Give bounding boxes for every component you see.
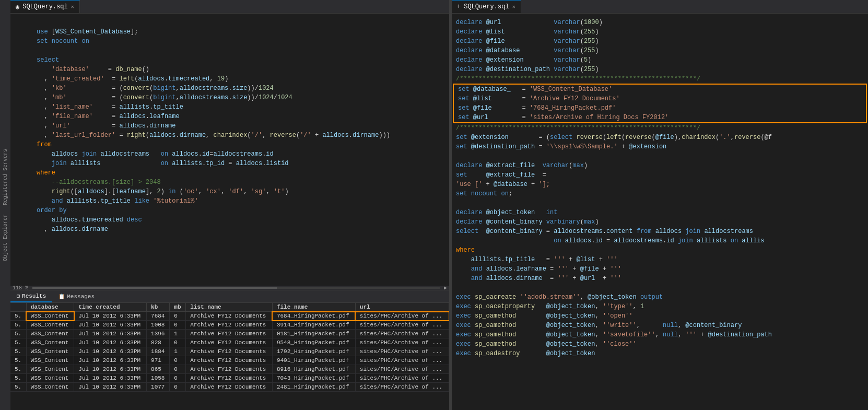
- code-line: [452, 198, 868, 208]
- code-line: alldocs.timecreated desc: [10, 215, 449, 225]
- code-line: exec sp_oamethod @object_token, ''close'…: [452, 339, 868, 349]
- code-line: declare @file varchar(255): [452, 37, 868, 46]
- col-file-name: file_name: [272, 303, 355, 312]
- code-line: alldocs join alldocstreams on alldocs.id…: [10, 149, 449, 159]
- messages-tab[interactable]: 📋 Messages: [52, 290, 101, 302]
- code-line: select: [10, 55, 449, 65]
- right-tab-bar: + SQLQuery.sql ✕: [452, 0, 868, 14]
- code-line: and alldocs.dirname = ''' + @url + ''': [452, 274, 868, 283]
- table-row[interactable]: 5.WSS_ContentJul 10 2012 6:33PM10080Arch…: [10, 321, 449, 330]
- left-tab-active[interactable]: ◉ SQLQuery.sql ✕: [10, 0, 80, 13]
- col-mb: mb: [170, 303, 186, 312]
- code-line: declare @url varchar(1000): [452, 18, 868, 27]
- col-database: database: [26, 303, 74, 312]
- code-line: , alldocs.dirname: [10, 225, 449, 234]
- code-line: set @list = 'Archive FY12 Documents': [454, 94, 866, 103]
- code-line: exec sp_oamethod @object_token, ''saveto…: [452, 330, 868, 339]
- code-line: exec sp_oamethod @object_token, ''write'…: [452, 321, 868, 330]
- results-panel: ⊞ Results 📋 Messages database time_creat…: [10, 290, 449, 410]
- code-line: alllists.tp_title = ''' + @list + ''': [452, 255, 868, 264]
- col-time-created: time_created: [74, 303, 147, 312]
- code-line: declare @database varchar(255): [452, 46, 868, 55]
- col-kb: kb: [147, 303, 170, 312]
- table-row[interactable]: 5.WSS_ContentJul 10 2012 6:33PM13961Arch…: [10, 330, 449, 338]
- messages-icon: 📋: [58, 294, 65, 300]
- code-line: , 'mb' = (convert(bigint,alldocstreams.s…: [10, 93, 449, 102]
- code-line: [10, 18, 449, 27]
- code-line: select @content_binary = alldocstreams.c…: [452, 227, 868, 236]
- code-line: , 'list_name' = alllists.tp_title: [10, 102, 449, 112]
- code-line: order by: [10, 206, 449, 215]
- col-url: url: [355, 303, 449, 312]
- col-list-name: list_name: [186, 303, 273, 312]
- code-line: , 'file_name' = alldocs.leafname: [10, 112, 449, 121]
- table-row[interactable]: 5.WSS_ContentJul 10 2012 6:33PM9710Archi…: [10, 356, 449, 365]
- left-tab-bar: ◉ SQLQuery.sql ✕: [10, 0, 449, 14]
- right-code-area[interactable]: declare @url varchar(1000) declare @list…: [452, 14, 868, 410]
- right-tab-active[interactable]: + SQLQuery.sql ✕: [452, 0, 521, 13]
- code-line: right([alldocs].[leafname], 2) in ('oc',…: [10, 187, 449, 196]
- code-line: /***************************************…: [452, 123, 868, 133]
- code-line: on alldocs.id = alldocstreams.id join al…: [452, 236, 868, 245]
- code-line-where: where: [10, 168, 449, 178]
- code-line: declare @extract_file varchar(max): [452, 161, 868, 170]
- code-line: [452, 283, 868, 292]
- code-line: exec sp_oamethod @object_token, ''open'': [452, 311, 868, 321]
- code-line: set @extension = (select reverse(left(re…: [452, 133, 868, 142]
- results-icon: ⊞: [17, 293, 20, 299]
- left-tab-label: SQLQuery.sql: [22, 3, 67, 10]
- code-line: [10, 46, 449, 55]
- results-table-wrapper[interactable]: database time_created kb mb list_name fi…: [10, 303, 449, 410]
- code-line: use [WSS_Content_Database];: [10, 27, 449, 37]
- results-tabs: ⊞ Results 📋 Messages: [10, 290, 449, 303]
- horizontal-scrollbar[interactable]: [32, 287, 440, 289]
- code-line: set nocount on: [10, 37, 449, 46]
- code-line: set @file = '7684_HiringPacket.pdf': [454, 103, 866, 113]
- code-line: --alldocstreams.[size] > 2048: [10, 178, 449, 187]
- code-line: where: [452, 245, 868, 255]
- code-line-from: from: [10, 140, 449, 149]
- results-tab[interactable]: ⊞ Results: [10, 290, 52, 302]
- table-row[interactable]: 5.WSS_ContentJul 10 2012 6:33PM10580Arch…: [10, 374, 449, 383]
- tab-pin-icon: ◉: [16, 3, 19, 11]
- code-line: set nocount on;: [452, 189, 868, 198]
- results-table: database time_created kb mb list_name fi…: [10, 303, 449, 392]
- code-line: , 'last_url_folder' = right(alldocs.dirn…: [10, 131, 449, 140]
- object-explorer-tab[interactable]: Object Explorer: [2, 212, 9, 263]
- left-tab-close[interactable]: ✕: [71, 4, 74, 10]
- code-line: , 'kb' = (convert(bigint,alldocstreams.s…: [10, 84, 449, 93]
- code-line: 'use [' + @database + '];: [452, 180, 868, 189]
- left-code-area[interactable]: use [WSS_Content_Database]; set nocount …: [10, 14, 449, 286]
- table-row[interactable]: 5.WSS_ContentJul 10 2012 6:33PM10770Arch…: [10, 383, 449, 392]
- code-line: declare @object_token int: [452, 208, 868, 217]
- code-line: 'database' = db_name(): [10, 65, 449, 74]
- code-line: and alldocs.leafname = ''' + @file + ''': [452, 264, 868, 274]
- col-rownum: [10, 303, 26, 312]
- table-row[interactable]: 5.WSS_ContentJul 10 2012 6:33PM76840Arch…: [10, 312, 449, 321]
- right-pane: + SQLQuery.sql ✕ declare @url varchar(10…: [452, 0, 868, 410]
- results-tab-label: Results: [22, 293, 46, 299]
- code-line: declare @list varchar(255): [452, 27, 868, 37]
- code-line: exec sp_oadestroy @object_token: [452, 349, 868, 358]
- right-tab-pin: +: [457, 3, 461, 10]
- right-tab-label: SQLQuery.sql: [464, 3, 509, 10]
- code-line: join alllists on alllists.tp_id = alldoc…: [10, 159, 449, 168]
- code-line: set @url = 'sites/Archive of Hiring Docs…: [454, 113, 866, 122]
- code-line: /***************************************…: [452, 74, 868, 84]
- code-line: and alllists.tp_title like '%tutorial%': [10, 196, 449, 206]
- code-line: set @destination_path = '\\sps1\w$\Sampl…: [452, 142, 868, 151]
- code-line: , 'time_created' = left(alldocs.timecrea…: [10, 74, 449, 84]
- code-line: , 'url' = alldocs.dirname: [10, 121, 449, 131]
- table-row[interactable]: 5.WSS_ContentJul 10 2012 6:33PM18841Arch…: [10, 347, 449, 356]
- left-code-wrapper: use [WSS_Content_Database]; set nocount …: [10, 14, 449, 290]
- table-header-row: database time_created kb mb list_name fi…: [10, 303, 449, 312]
- table-row[interactable]: 5.WSS_ContentJul 10 2012 6:33PM8650Archi…: [10, 365, 449, 374]
- registered-servers-tab[interactable]: Registered Servers: [2, 147, 9, 207]
- table-row[interactable]: 5.WSS_ContentJul 10 2012 6:33PM8280Archi…: [10, 338, 449, 347]
- code-line: declare @content_binary varbinary(max): [452, 217, 868, 227]
- left-sidebar: Registered Servers Object Explorer: [0, 0, 10, 410]
- main-container: Registered Servers Object Explorer ◉ SQL…: [0, 0, 868, 410]
- right-tab-close[interactable]: ✕: [512, 4, 515, 10]
- highlight-box-right: set @database_ = 'WSS_Content_Database' …: [453, 84, 867, 123]
- messages-tab-label: Messages: [67, 294, 95, 300]
